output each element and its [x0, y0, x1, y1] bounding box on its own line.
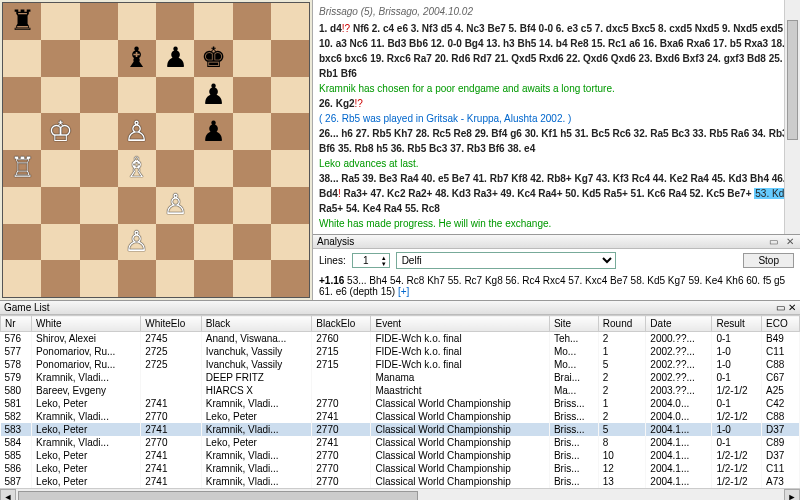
square-a7[interactable]	[3, 40, 41, 77]
cell[interactable]: 2004.0...	[646, 410, 712, 423]
cell[interactable]: 2004.1...	[646, 449, 712, 462]
cell[interactable]: 12	[598, 462, 646, 475]
cell[interactable]: 583	[1, 423, 32, 436]
cell[interactable]: 1-0	[712, 358, 762, 371]
square-h1[interactable]	[271, 260, 309, 297]
cell[interactable]: 2741	[312, 436, 371, 449]
col-eco[interactable]: ECO	[762, 316, 800, 332]
square-h2[interactable]	[271, 224, 309, 261]
square-h3[interactable]	[271, 187, 309, 224]
square-c5[interactable]	[80, 113, 118, 150]
cell[interactable]: Kramnik, Vladi...	[201, 449, 312, 462]
cell[interactable]: C11	[762, 462, 800, 475]
square-c2[interactable]	[80, 224, 118, 261]
cell[interactable]: 2770	[312, 475, 371, 488]
table-row[interactable]: 586Leko, Peter2741Kramnik, Vladi...2770C…	[1, 462, 800, 475]
table-row[interactable]: 584Kramnik, Vladi...2770Leko, Peter2741C…	[1, 436, 800, 449]
cell[interactable]: 2715	[312, 345, 371, 358]
cell[interactable]: 13	[598, 475, 646, 488]
square-h4[interactable]	[271, 150, 309, 187]
square-d6[interactable]	[118, 77, 156, 114]
square-b2[interactable]	[41, 224, 79, 261]
cell[interactable]: 581	[1, 397, 32, 410]
square-b5[interactable]: ♔	[41, 113, 79, 150]
cell[interactable]: Brai...	[549, 371, 598, 384]
square-f3[interactable]	[194, 187, 232, 224]
cell[interactable]: 2760	[312, 332, 371, 346]
square-a2[interactable]	[3, 224, 41, 261]
cell[interactable]: D37	[762, 449, 800, 462]
cell[interactable]: 2002.??...	[646, 345, 712, 358]
square-c7[interactable]	[80, 40, 118, 77]
square-g8[interactable]	[233, 3, 271, 40]
cell[interactable]: Leko, Peter	[32, 397, 141, 410]
cell[interactable]: Classical World Championship	[371, 475, 549, 488]
square-a8[interactable]: ♜	[3, 3, 41, 40]
cell[interactable]	[141, 384, 202, 397]
square-c8[interactable]	[80, 3, 118, 40]
cell[interactable]: Leko, Peter	[201, 436, 312, 449]
cell[interactable]: 2004.1...	[646, 462, 712, 475]
cell[interactable]: Kramnik, Vladi...	[32, 371, 141, 384]
cell[interactable]: 577	[1, 345, 32, 358]
cell[interactable]: C42	[762, 397, 800, 410]
cell[interactable]: A25	[762, 384, 800, 397]
cell[interactable]: 1-0	[712, 423, 762, 436]
cell[interactable]: 2004.1...	[646, 475, 712, 488]
cell[interactable]: 2741	[141, 449, 202, 462]
square-c1[interactable]	[80, 260, 118, 297]
cell[interactable]: Mo...	[549, 358, 598, 371]
cell[interactable]: 0-1	[712, 371, 762, 384]
engine-select[interactable]: Delfi	[396, 252, 616, 269]
cell[interactable]: 1/2-1/2	[712, 462, 762, 475]
cell[interactable]: 1	[598, 397, 646, 410]
cell[interactable]: 2770	[312, 449, 371, 462]
move-text[interactable]: 1. d4	[319, 23, 342, 34]
cell[interactable]: 0-1	[712, 332, 762, 346]
cell[interactable]: 2000.??...	[646, 332, 712, 346]
square-a3[interactable]	[3, 187, 41, 224]
cell[interactable]: 1/2-1/2	[712, 384, 762, 397]
cell[interactable]: 2770	[141, 436, 202, 449]
square-h6[interactable]	[271, 77, 309, 114]
cell[interactable]: 2745	[141, 332, 202, 346]
square-f2[interactable]	[194, 224, 232, 261]
cell[interactable]	[312, 384, 371, 397]
move-list[interactable]: 1. d4!? Nf6 2. c4 e6 3. Nf3 d5 4. Nc3 Be…	[319, 21, 794, 234]
square-e1[interactable]	[156, 260, 194, 297]
table-row[interactable]: 577Ponomariov, Ru...2725Ivanchuk, Vassil…	[1, 345, 800, 358]
cell[interactable]: 5	[598, 358, 646, 371]
expand-button[interactable]: [+]	[398, 286, 409, 297]
cell[interactable]: 2741	[141, 397, 202, 410]
cell[interactable]: HIARCS X	[201, 384, 312, 397]
cell[interactable]: Kramnik, Vladi...	[201, 475, 312, 488]
undock-icon[interactable]: ▭	[767, 236, 780, 247]
cell[interactable]: Leko, Peter	[32, 449, 141, 462]
square-e2[interactable]	[156, 224, 194, 261]
cell[interactable]: FIDE-Wch k.o. final	[371, 358, 549, 371]
col-round[interactable]: Round	[598, 316, 646, 332]
cell[interactable]: 0-1	[712, 436, 762, 449]
cell[interactable]: 2002.??...	[646, 358, 712, 371]
square-g4[interactable]	[233, 150, 271, 187]
scroll-left-icon[interactable]: ◄	[0, 489, 16, 500]
cell[interactable]: 2004.0...	[646, 397, 712, 410]
square-d8[interactable]	[118, 3, 156, 40]
cell[interactable]: 2725	[141, 358, 202, 371]
cell[interactable]: 578	[1, 358, 32, 371]
cell[interactable]: 582	[1, 410, 32, 423]
square-f5[interactable]: ♟	[194, 113, 232, 150]
variation[interactable]: ( 26. Rb5 was played in Gritsak - Kruppa…	[319, 111, 794, 126]
cell[interactable]: 580	[1, 384, 32, 397]
cell[interactable]: Classical World Championship	[371, 397, 549, 410]
close-icon[interactable]: ✕	[783, 236, 796, 247]
square-a1[interactable]	[3, 260, 41, 297]
cell[interactable]: Shirov, Alexei	[32, 332, 141, 346]
table-row[interactable]: 581Leko, Peter2741Kramnik, Vladi...2770C…	[1, 397, 800, 410]
cell[interactable]: Ivanchuk, Vassily	[201, 358, 312, 371]
table-row[interactable]: 580Bareev, EvgenyHIARCS XMaastrichtMa...…	[1, 384, 800, 397]
square-f7[interactable]: ♚	[194, 40, 232, 77]
cell[interactable]: 2003.??...	[646, 384, 712, 397]
cell[interactable]: Ivanchuk, Vassily	[201, 345, 312, 358]
cell[interactable]: 1	[598, 345, 646, 358]
